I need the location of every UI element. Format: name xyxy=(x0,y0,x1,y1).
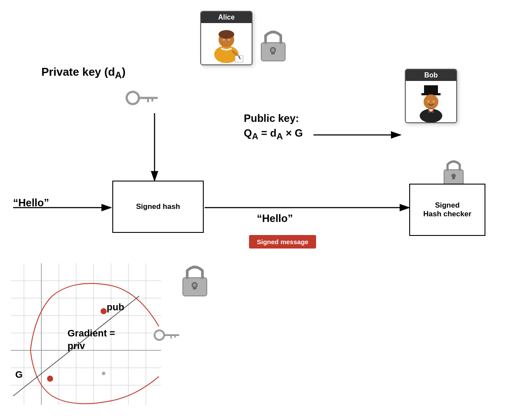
svg-point-9 xyxy=(219,30,234,39)
pub-lock-icon xyxy=(178,261,211,298)
svg-point-28 xyxy=(271,48,275,52)
svg-rect-31 xyxy=(452,176,455,179)
signed-hash-label: Signed hash xyxy=(136,202,180,211)
bob-lock-icon xyxy=(441,157,467,187)
svg-point-63 xyxy=(101,308,107,314)
pub-label: pub xyxy=(107,302,124,313)
alice-name-label: Alice xyxy=(201,12,252,23)
svg-point-64 xyxy=(102,372,105,375)
signed-message-badge: Signed message xyxy=(249,235,316,249)
signed-message-label: Signed message xyxy=(257,238,308,245)
bob-figure xyxy=(409,81,453,122)
alice-figure xyxy=(205,23,248,64)
svg-point-19 xyxy=(424,94,438,109)
bob-card: Bob xyxy=(405,69,457,123)
bob-name-label: Bob xyxy=(406,70,456,81)
svg-rect-17 xyxy=(424,85,438,94)
public-key-label: Public key:QA = dA × G xyxy=(244,111,303,142)
hello-input-label: “Hello” xyxy=(13,197,49,209)
svg-point-12 xyxy=(223,39,224,40)
gradient-label: Gradient =priv xyxy=(67,327,115,352)
private-key-label: Private key (dA) xyxy=(41,65,125,81)
svg-point-35 xyxy=(193,283,196,287)
diagram: Alice Bob xyxy=(0,0,505,420)
svg-point-22 xyxy=(428,101,429,102)
G-label: G xyxy=(15,369,23,380)
private-key-icon xyxy=(124,87,159,109)
hello-output-label: “Hello” xyxy=(257,212,293,225)
signed-hash-box: Signed hash xyxy=(112,181,204,233)
svg-point-13 xyxy=(229,39,229,40)
alice-card: Alice xyxy=(200,11,252,65)
svg-point-36 xyxy=(127,92,139,104)
signed-hash-checker-box: SignedHash checker xyxy=(409,184,485,236)
alice-lock-icon xyxy=(257,26,290,63)
svg-point-23 xyxy=(433,101,434,102)
svg-point-62 xyxy=(47,376,53,382)
